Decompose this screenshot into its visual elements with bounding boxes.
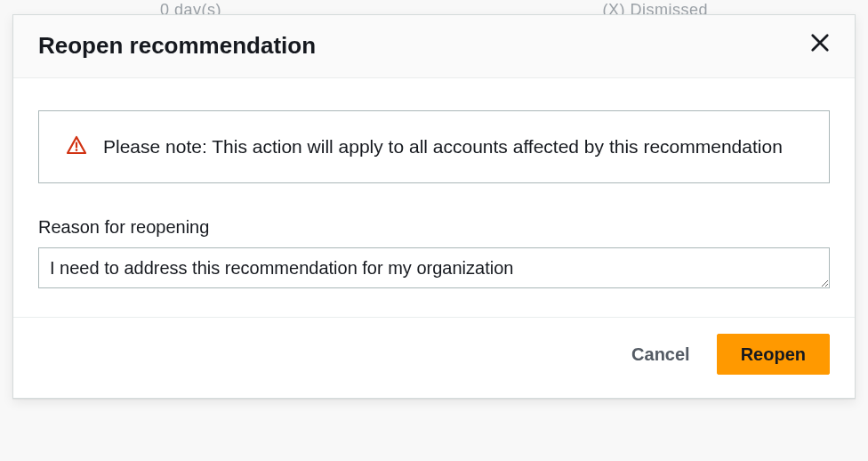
modal-title: Reopen recommendation [38,31,316,60]
reason-label: Reason for reopening [38,215,830,239]
svg-point-1 [76,149,78,151]
reopen-recommendation-modal: Reopen recommendation Please note: This … [12,14,856,399]
close-icon [810,33,830,53]
reason-field: Reason for reopening [38,215,830,292]
modal-footer: Cancel Reopen [13,317,855,398]
reopen-button[interactable]: Reopen [717,334,830,375]
close-button[interactable] [807,29,833,56]
modal-body: Please note: This action will apply to a… [13,78,855,317]
reason-input[interactable] [38,247,830,288]
app-backdrop: 0 day(s) (X) Dismissed Reopen recommenda… [0,0,868,461]
warning-alert-text: Please note: This action will apply to a… [103,133,783,161]
warning-triangle-icon [66,134,87,156]
cancel-button[interactable]: Cancel [626,335,695,374]
modal-header: Reopen recommendation [13,15,855,78]
warning-alert: Please note: This action will apply to a… [38,110,830,183]
